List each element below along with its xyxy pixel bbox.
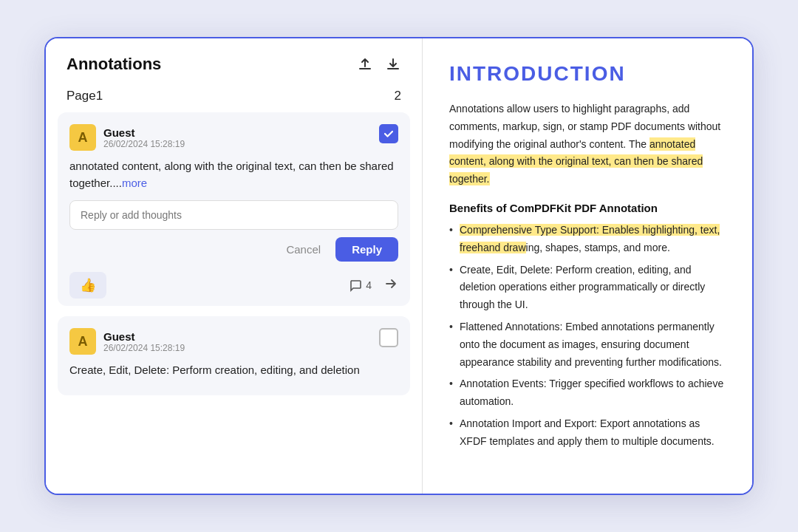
left-panel: Annotations Pag: [46, 38, 423, 494]
annotations-list: A Guest 26/02/2024 15:28:19 an: [46, 112, 422, 494]
checkmark-icon: [383, 128, 395, 140]
list-item-1: Comprehensive Type Support: Enables high…: [449, 222, 726, 257]
upload-button[interactable]: [357, 56, 373, 72]
document-title: INTRODUCTION: [449, 62, 726, 86]
list-item-3: Flattened Annotations: Embed annotations…: [449, 318, 726, 371]
download-button[interactable]: [385, 56, 401, 72]
card-content-2: Create, Edit, Delete: Perform creation, …: [69, 362, 398, 379]
annotation-card-2: A Guest 26/02/2024 15:28:19 Create, Edit…: [58, 316, 410, 395]
user-name-1: Guest: [103, 126, 185, 139]
list-item-5: Annotation Import and Export: Export ann…: [449, 415, 726, 451]
avatar-1: A: [69, 124, 96, 151]
right-panel: INTRODUCTION Annotations allow users to …: [423, 38, 752, 494]
card-footer-1: 👍 4: [69, 269, 398, 299]
comment-count: 4: [349, 279, 372, 292]
card-user-row-1: A Guest 26/02/2024 15:28:19: [69, 124, 185, 151]
user-name-2: Guest: [103, 330, 185, 343]
checkbox-unchecked-2[interactable]: [379, 328, 398, 347]
reply-actions: Cancel Reply: [69, 237, 398, 262]
page-section: Page1 2: [46, 86, 422, 112]
list-item-2: Create, Edit, Delete: Perform creation, …: [449, 262, 726, 314]
card-header-2: A Guest 26/02/2024 15:28:19: [69, 328, 398, 355]
header-icons: [357, 56, 401, 72]
avatar-2: A: [69, 328, 96, 355]
checkbox-checked-1[interactable]: [379, 124, 398, 143]
user-info-2: Guest 26/02/2024 15:28:19: [103, 330, 185, 353]
card-content-1: annotated content, along with the origin…: [69, 158, 398, 191]
comment-count-label: 4: [366, 279, 372, 291]
reply-input-wrap: [69, 200, 398, 230]
comment-icon: [349, 279, 362, 292]
thumbs-up-icon: 👍: [80, 278, 96, 293]
user-date-1: 26/02/2024 15:28:19: [103, 139, 185, 149]
page-count: 2: [395, 89, 401, 103]
document-subtitle: Benefits of ComPDFKit PDF Annotation: [449, 202, 726, 214]
upload-icon: [357, 56, 373, 72]
document-paragraph-1: Annotations allow users to highlight par…: [449, 100, 726, 188]
cancel-button[interactable]: Cancel: [279, 239, 328, 260]
footer-right: 4: [349, 276, 398, 295]
app-container: Annotations Pag: [44, 37, 754, 495]
user-date-2: 26/02/2024 15:28:19: [103, 343, 185, 353]
reply-arrow-icon: [383, 276, 398, 291]
card-user-row-2: A Guest 26/02/2024 15:28:19: [69, 328, 185, 355]
reply-input[interactable]: [81, 209, 387, 221]
like-button[interactable]: 👍: [69, 272, 106, 299]
annotations-header: Annotations: [46, 38, 422, 86]
download-icon: [385, 56, 401, 72]
reply-button[interactable]: Reply: [335, 237, 398, 262]
reply-arrow-button[interactable]: [383, 276, 398, 295]
more-link-1[interactable]: more: [122, 177, 147, 189]
annotations-title: Annotations: [66, 55, 161, 74]
document-list: Comprehensive Type Support: Enables high…: [449, 222, 726, 451]
annotation-card-1: A Guest 26/02/2024 15:28:19 an: [58, 112, 410, 306]
page-label: Page1: [66, 89, 103, 103]
user-info-1: Guest 26/02/2024 15:28:19: [103, 126, 185, 149]
card-header-1: A Guest 26/02/2024 15:28:19: [69, 124, 398, 151]
list-item-4: Annotation Events: Trigger specified wor…: [449, 375, 726, 411]
